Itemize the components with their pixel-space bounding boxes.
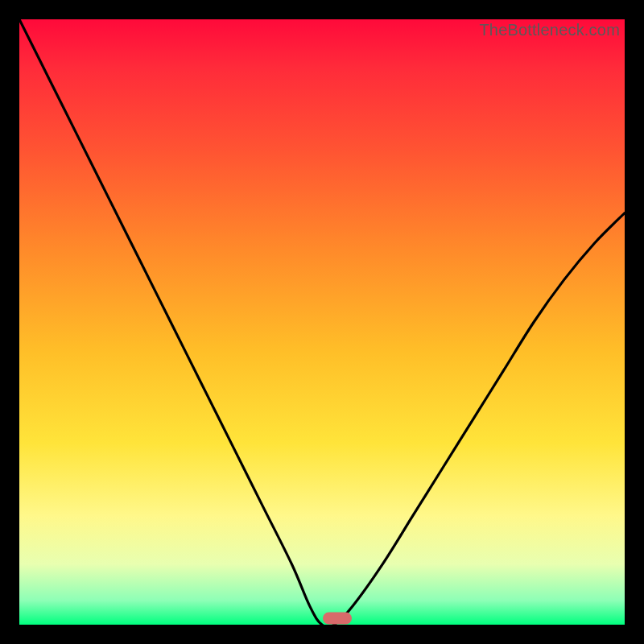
optimum-marker [323,613,352,625]
watermark-text: TheBottleneck.com [479,21,620,39]
plot-area: TheBottleneck.com [19,19,625,625]
bottleneck-curve [19,19,625,625]
chart-frame: TheBottleneck.com [0,0,644,644]
curve-path [19,19,625,625]
